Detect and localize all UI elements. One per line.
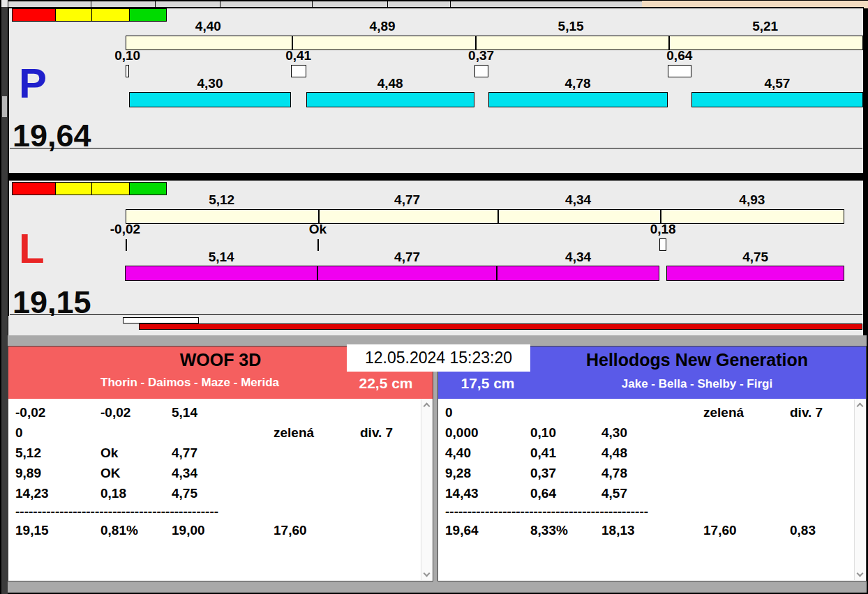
result-cell: 4,78 bbox=[601, 463, 703, 483]
lane-p: P 19,64 4,400,104,304,890,414,485,150,37… bbox=[8, 7, 864, 173]
result-cell: 9,28 bbox=[445, 463, 530, 483]
result-cell: 14,43 bbox=[445, 483, 530, 503]
result-cell: 18,13 bbox=[601, 520, 703, 540]
result-cell: Ok bbox=[100, 443, 172, 463]
scroll-down-icon[interactable] bbox=[857, 570, 864, 577]
result-row: 0zelenádiv. 7 bbox=[15, 422, 423, 443]
lane-underline bbox=[10, 314, 862, 315]
clean-time-bar-segment bbox=[129, 92, 290, 107]
result-cell bbox=[360, 463, 423, 483]
changeover-marker bbox=[126, 239, 127, 251]
progress-marker bbox=[123, 317, 199, 323]
result-row: 19,150,81%19,0017,60 bbox=[15, 520, 423, 540]
separator-row: ----------------------------------------… bbox=[15, 503, 423, 520]
result-cell: 19,64 bbox=[445, 520, 530, 540]
results-table: 0zelenádiv. 70,0000,104,304,400,414,489,… bbox=[445, 402, 853, 540]
result-cell: div. 7 bbox=[360, 422, 423, 443]
result-cell bbox=[172, 422, 274, 443]
scroll-down-icon[interactable] bbox=[424, 570, 431, 577]
result-cell bbox=[360, 520, 423, 540]
result-cell: 0,81% bbox=[100, 520, 172, 540]
split-divider bbox=[497, 210, 499, 223]
result-row: 19,648,33%18,1317,600,83 bbox=[445, 520, 853, 540]
clean-time-bar-segment bbox=[488, 92, 668, 107]
changeover-label: 0,64 bbox=[648, 50, 711, 62]
result-cell bbox=[790, 463, 853, 483]
left-scrollbar[interactable] bbox=[1, 0, 8, 594]
result-cell: 4,30 bbox=[601, 422, 703, 443]
result-row: 5,12Ok4,77 bbox=[15, 443, 423, 463]
split-time-label: 4,34 bbox=[497, 194, 659, 206]
clean-time-bar-segment bbox=[125, 266, 317, 281]
result-cell bbox=[360, 402, 423, 422]
result-cell bbox=[274, 443, 360, 463]
clean-time-label: 4,57 bbox=[691, 77, 863, 90]
result-cell: 5,12 bbox=[15, 443, 100, 463]
result-cell: 0,83 bbox=[790, 520, 853, 540]
result-cell bbox=[100, 422, 172, 443]
changeover-marker bbox=[659, 238, 666, 251]
result-row: 9,280,374,78 bbox=[445, 463, 853, 483]
result-cell: OK bbox=[100, 463, 172, 483]
clean-time-label: 4,48 bbox=[306, 77, 474, 90]
table-scrollbar[interactable] bbox=[854, 399, 865, 580]
split-time-label: 4,93 bbox=[659, 194, 844, 206]
result-cell bbox=[601, 402, 703, 422]
split-time-label: 5,21 bbox=[668, 20, 863, 33]
result-cell: 0,41 bbox=[530, 443, 601, 463]
traffic-light-segment bbox=[12, 8, 56, 22]
split-time-label: 5,12 bbox=[126, 194, 317, 206]
scrollbar-top-cap bbox=[1, 0, 8, 7]
result-cell: zelená bbox=[274, 422, 360, 443]
lane-letter: P bbox=[19, 63, 47, 105]
changeover-marker bbox=[474, 65, 488, 77]
team-results-right: 0zelenádiv. 70,0000,104,304,400,414,489,… bbox=[438, 399, 866, 581]
progress-bar bbox=[139, 323, 862, 330]
result-cell: 0 bbox=[445, 402, 530, 422]
lane-total-time: 19,15 bbox=[13, 287, 91, 318]
clean-time-bar-segment bbox=[497, 266, 659, 281]
scroll-up-icon[interactable] bbox=[424, 403, 431, 410]
result-cell: 4,34 bbox=[172, 463, 274, 483]
result-cell: 0,37 bbox=[530, 463, 601, 483]
result-cell: 8,33% bbox=[530, 520, 601, 540]
right-border bbox=[863, 8, 868, 335]
changeover-label: 0,10 bbox=[96, 50, 159, 62]
changeover-marker bbox=[317, 239, 319, 251]
team-dogs: Thorin - Daimos - Maze - Merida bbox=[8, 376, 371, 390]
team-panel-right: Hellodogs New Generation Jake - Bella - … bbox=[438, 346, 866, 581]
race-progress-strip bbox=[8, 316, 863, 335]
result-cell bbox=[360, 443, 423, 463]
changeover-label: 0,41 bbox=[267, 50, 330, 62]
results-table: -0,02-0,025,140zelenádiv. 75,12Ok4,779,8… bbox=[15, 402, 423, 540]
changeover-label: 0,37 bbox=[450, 50, 513, 62]
result-cell: 0 bbox=[15, 422, 100, 443]
result-cell bbox=[274, 483, 360, 503]
result-row: 14,430,644,57 bbox=[445, 483, 853, 503]
traffic-light-segment bbox=[55, 8, 92, 22]
changeover-marker bbox=[668, 65, 691, 77]
jump-height: 17,5 cm bbox=[447, 375, 529, 392]
result-row: 14,230,184,75 bbox=[15, 483, 423, 503]
result-cell: 19,00 bbox=[172, 520, 274, 540]
clean-time-bar-segment bbox=[317, 266, 497, 281]
lane-underline bbox=[10, 148, 862, 148]
result-cell: 17,60 bbox=[274, 520, 360, 540]
team-panel-left: WOOF 3D Thorin - Daimos - Maze - Merida … bbox=[8, 346, 433, 581]
scrollbar-thumb[interactable] bbox=[2, 96, 7, 117]
result-cell bbox=[703, 422, 790, 443]
result-cell bbox=[703, 443, 790, 463]
result-cell: -0,02 bbox=[15, 402, 100, 422]
clean-time-bar-segment bbox=[306, 92, 474, 107]
changeover-label: -0,02 bbox=[93, 223, 156, 236]
lane-l: L 19,15 5,12-0,025,144,77Ok4,774,344,344… bbox=[8, 181, 864, 316]
split-time-label: 4,40 bbox=[126, 20, 291, 33]
table-scrollbar[interactable] bbox=[421, 399, 432, 580]
traffic-light-segment bbox=[55, 182, 92, 195]
split-time-bar bbox=[126, 209, 844, 224]
result-cell: 19,15 bbox=[15, 520, 100, 540]
result-cell: zelená bbox=[703, 402, 790, 422]
scroll-up-icon[interactable] bbox=[857, 403, 864, 410]
split-time-bar bbox=[126, 36, 863, 50]
result-cell: 4,75 bbox=[172, 483, 274, 503]
